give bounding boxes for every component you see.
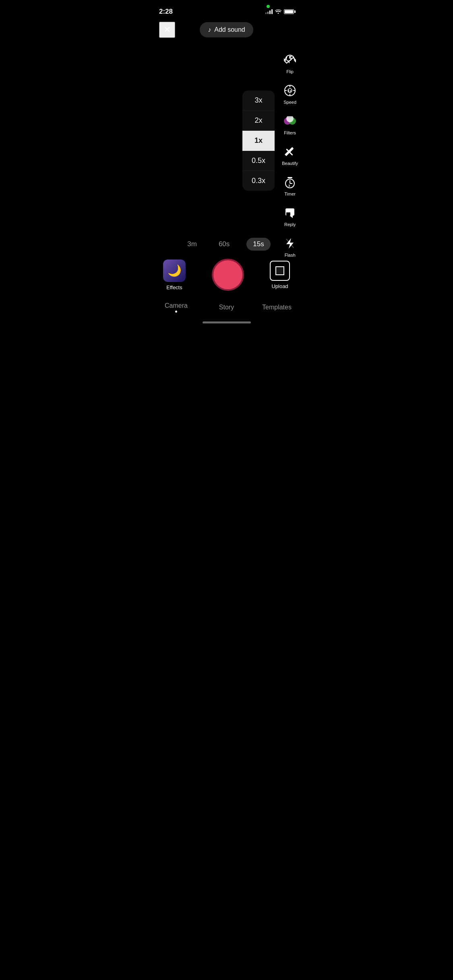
timer-button[interactable]: 3 Timer — [282, 175, 298, 196]
duration-row: 3m 60s 15s — [151, 238, 302, 251]
upload-inner — [275, 266, 284, 275]
speed-1x[interactable]: 1x — [242, 131, 275, 151]
speed-3x[interactable]: 3x — [242, 91, 275, 111]
speed-panel: 3x 2x 1x 0.5x 0.3x — [242, 91, 275, 191]
reply-button[interactable]: Reply — [282, 205, 298, 227]
flash-icon — [282, 236, 298, 251]
svg-text:✦: ✦ — [291, 146, 294, 150]
filters-button[interactable]: Filters — [282, 113, 298, 135]
status-icons — [265, 8, 294, 15]
speed-label: Speed — [283, 100, 296, 105]
flip-label: Flip — [286, 69, 294, 74]
upload-button[interactable]: Upload — [270, 261, 290, 289]
reply-label: Reply — [284, 222, 296, 227]
status-bar: 2:28 — [151, 0, 302, 18]
beautify-label: Beautify — [282, 161, 298, 166]
beautify-button[interactable]: ✦ Beautify — [282, 144, 298, 166]
music-icon: ♪ — [208, 26, 211, 33]
effects-label: Effects — [166, 284, 182, 290]
right-sidebar: ↺ Flip 1x Speed Fil — [282, 52, 298, 257]
home-indicator — [203, 321, 251, 323]
status-time: 2:28 — [159, 8, 173, 16]
flash-button[interactable]: Flash — [282, 236, 298, 257]
battery-icon — [284, 9, 294, 14]
speed-icon: 1x — [282, 83, 298, 98]
record-button[interactable] — [212, 259, 244, 291]
duration-60s[interactable]: 60s — [214, 238, 234, 251]
timer-label: Timer — [284, 191, 296, 196]
svg-text:3: 3 — [288, 184, 290, 187]
green-dot — [267, 5, 270, 8]
svg-marker-21 — [290, 216, 293, 218]
speed-2x[interactable]: 2x — [242, 111, 275, 131]
record-inner — [215, 262, 241, 288]
svg-text:↺: ↺ — [285, 54, 292, 64]
nav-templates[interactable]: Templates — [252, 301, 302, 314]
nav-active-dot — [175, 311, 177, 313]
effects-thumbnail: 🌙 — [163, 259, 186, 282]
nav-camera[interactable]: Camera — [151, 299, 201, 316]
flip-button[interactable]: ↺ Flip — [282, 52, 298, 74]
close-button[interactable]: ✕ — [159, 22, 175, 38]
wifi-icon — [275, 8, 281, 15]
flash-label: Flash — [285, 253, 296, 257]
upload-label: Upload — [271, 283, 288, 289]
flip-icon: ↺ — [282, 52, 298, 68]
svg-text:1x: 1x — [288, 89, 292, 93]
speed-03x[interactable]: 0.3x — [242, 171, 275, 191]
speed-05x[interactable]: 0.5x — [242, 151, 275, 171]
filters-icon — [282, 113, 298, 129]
duration-15s[interactable]: 15s — [246, 238, 270, 251]
duration-3m[interactable]: 3m — [182, 238, 202, 251]
top-bar: ✕ ♪ Add sound — [151, 18, 302, 42]
reply-icon — [282, 205, 298, 220]
speed-button[interactable]: 1x Speed — [282, 83, 298, 105]
timer-icon: 3 — [282, 175, 298, 190]
upload-icon — [270, 261, 290, 281]
filters-label: Filters — [284, 130, 296, 135]
effects-button[interactable]: 🌙 Effects — [163, 259, 186, 290]
nav-story[interactable]: Story — [201, 301, 252, 314]
svg-rect-14 — [288, 177, 292, 178]
signal-icon — [265, 9, 273, 14]
beautify-icon: ✦ — [282, 144, 298, 159]
camera-controls: 🌙 Effects Upload — [151, 259, 302, 291]
svg-rect-20 — [286, 212, 290, 216]
bottom-nav: Camera Story Templates — [151, 299, 302, 319]
add-sound-button[interactable]: ♪ Add sound — [200, 22, 253, 37]
bottom-section: 3m 60s 15s 🌙 Effects Upload Camera — [151, 238, 302, 327]
